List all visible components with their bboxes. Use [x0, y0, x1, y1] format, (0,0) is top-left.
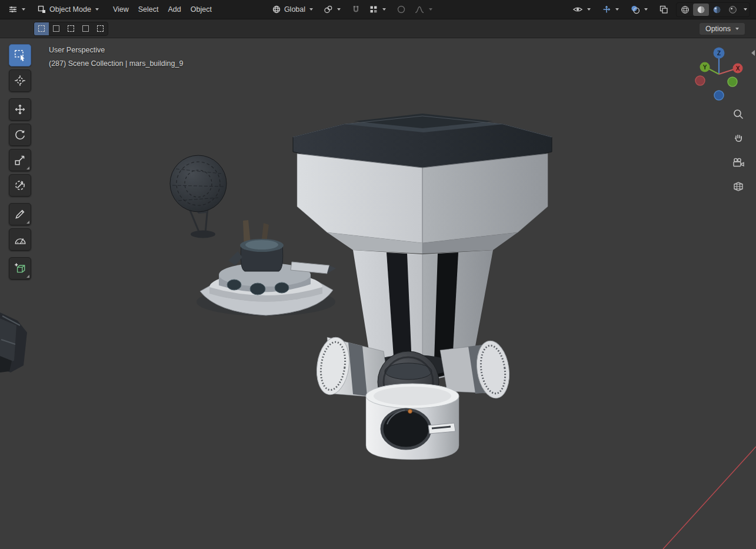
- overlays-dropdown[interactable]: [627, 3, 651, 16]
- gizmos-icon: [602, 5, 611, 14]
- chevron-down-icon: [95, 8, 99, 11]
- chevron-down-icon: [337, 8, 341, 11]
- move-icon: [14, 103, 26, 116]
- select-mode-new[interactable]: [34, 22, 49, 35]
- perspective-toggle-control[interactable]: [732, 181, 744, 195]
- scene-object-base-building[interactable]: [197, 220, 336, 316]
- gizmo-axis-x-negative[interactable]: [695, 76, 705, 85]
- measure-icon: [14, 233, 26, 246]
- mode-dropdown-label: Object Mode: [49, 5, 91, 14]
- scene-object-balloon-sphere[interactable]: [170, 155, 227, 238]
- shading-wireframe-icon: [681, 5, 690, 14]
- xray-toggle[interactable]: [655, 3, 672, 16]
- scene-object-left-edge[interactable]: [0, 312, 27, 372]
- menu-add[interactable]: Add: [164, 4, 186, 15]
- global-orientation-icon: [272, 5, 281, 14]
- navigation-gizmo[interactable]: Z Y X: [694, 46, 744, 102]
- camera-view-control[interactable]: [732, 157, 745, 171]
- editor-type-icon: [8, 5, 18, 14]
- active-collection-label: (287) Scene Collection | mars_building_9: [49, 58, 183, 69]
- gizmo-axis-x-label: X: [736, 65, 740, 72]
- menubar: View Select Add Object: [108, 4, 217, 15]
- topbar-left-group: Object Mode View Select Add Object: [5, 3, 217, 16]
- options-button[interactable]: Options: [699, 22, 745, 35]
- viewport-shading-group: [676, 2, 750, 17]
- editor-type-selector[interactable]: [5, 3, 29, 16]
- shading-rendered-button[interactable]: [725, 4, 741, 16]
- orientation-label: Global: [284, 5, 305, 14]
- shading-material-icon: [712, 5, 721, 14]
- scene-render: [0, 38, 756, 549]
- shading-solid-button[interactable]: [693, 4, 709, 16]
- annotate-pencil-icon: [14, 208, 26, 221]
- viewport-3d[interactable]: User Perspective (287) Scene Collection …: [0, 38, 756, 549]
- chevron-down-icon: [644, 8, 648, 11]
- viewport-info-text: User Perspective (287) Scene Collection …: [49, 45, 183, 69]
- mode-dropdown[interactable]: Object Mode: [34, 3, 102, 16]
- eye-icon: [572, 5, 583, 14]
- shading-solid-icon: [697, 5, 705, 14]
- tool-scale[interactable]: [9, 149, 31, 171]
- chevron-down-icon: [382, 8, 386, 11]
- gizmo-axis-z-negative[interactable]: [714, 91, 724, 100]
- snap-target-icon: [369, 5, 378, 14]
- shading-wireframe-button[interactable]: [677, 4, 693, 16]
- options-label: Options: [705, 25, 731, 33]
- select-invert-icon: [82, 25, 89, 32]
- tool-transform[interactable]: [9, 174, 31, 197]
- select-mode-subtract[interactable]: [64, 22, 78, 35]
- gizmo-axis-z-label: Z: [717, 50, 721, 56]
- topbar-center-group: Global: [268, 3, 436, 16]
- menu-view[interactable]: View: [108, 4, 134, 15]
- xray-icon: [659, 5, 668, 14]
- select-subtract-icon: [68, 25, 74, 32]
- viewport-side-controls: [732, 108, 745, 195]
- zoom-control[interactable]: [732, 108, 744, 122]
- chevron-down-icon: [744, 8, 747, 11]
- tool-annotate[interactable]: [9, 203, 31, 225]
- proportional-falloff-dropdown[interactable]: [411, 3, 436, 16]
- topbar: Object Mode View Select Add Object Globa…: [0, 0, 756, 19]
- tool-select-box[interactable]: [9, 44, 31, 66]
- tool-add-cube[interactable]: [9, 257, 31, 280]
- tool-measure[interactable]: [9, 228, 31, 251]
- chevron-down-icon: [735, 28, 739, 30]
- shading-rendered-icon: [728, 5, 737, 14]
- show-object-types-dropdown[interactable]: [569, 4, 594, 15]
- menu-select[interactable]: Select: [134, 4, 164, 15]
- gizmos-dropdown[interactable]: [598, 3, 622, 16]
- select-mode-invert[interactable]: [78, 22, 93, 35]
- chevron-down-icon: [615, 8, 619, 11]
- overlays-icon: [630, 5, 640, 14]
- select-mode-extend[interactable]: [49, 22, 64, 35]
- pivot-point-dropdown[interactable]: [320, 3, 344, 16]
- proportional-editing-icon: [397, 5, 406, 14]
- axis-x-line: [663, 447, 756, 549]
- tool-shelf: [9, 44, 32, 280]
- rotate-icon: [14, 128, 26, 141]
- cursor-icon: [14, 74, 26, 87]
- topbar-right-group: [569, 2, 750, 17]
- tool-move[interactable]: [9, 98, 31, 121]
- menu-object[interactable]: Object: [186, 4, 217, 15]
- proportional-editing-toggle[interactable]: [393, 3, 407, 16]
- gizmo-axis-y-label: Y: [703, 64, 707, 71]
- shading-material-button[interactable]: [709, 4, 725, 16]
- select-mode-intersect[interactable]: [93, 22, 108, 35]
- chevron-down-icon: [22, 8, 25, 11]
- sidebar-collapse-arrow-icon[interactable]: [751, 50, 755, 56]
- transform-icon: [14, 179, 26, 192]
- snap-target-dropdown[interactable]: [365, 3, 389, 16]
- shading-options-dropdown[interactable]: [741, 4, 749, 16]
- tool-cursor[interactable]: [9, 69, 31, 92]
- scene-object-mars-building[interactable]: [293, 114, 552, 460]
- select-box-icon: [14, 49, 26, 62]
- scale-icon: [14, 154, 26, 167]
- tool-rotate[interactable]: [9, 124, 31, 146]
- select-new-icon: [38, 25, 45, 32]
- transform-orientation-dropdown[interactable]: Global: [268, 3, 317, 16]
- chevron-down-icon: [429, 8, 432, 11]
- snap-toggle[interactable]: [348, 3, 362, 16]
- gizmo-axis-y-negative[interactable]: [728, 77, 737, 86]
- pan-control[interactable]: [732, 132, 744, 147]
